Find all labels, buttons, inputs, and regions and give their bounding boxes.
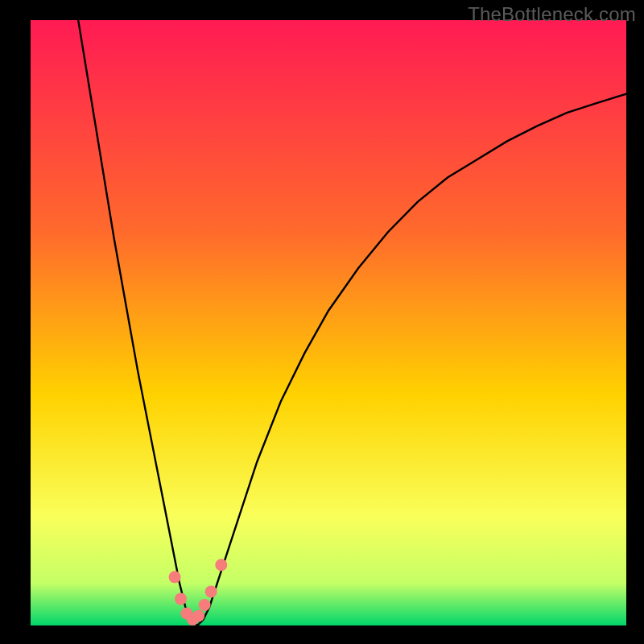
marker-dot [199,599,211,611]
marker-dot [192,609,204,621]
marker-dot [215,559,227,571]
plot-area [31,20,626,625]
marker-dot [205,585,217,597]
marker-dot [175,592,187,605]
gradient-background [31,20,626,625]
plot-svg [31,20,626,625]
chart-frame: TheBottleneck.com [0,0,644,644]
watermark-text: TheBottleneck.com [468,3,636,26]
marker-dot [169,571,181,583]
